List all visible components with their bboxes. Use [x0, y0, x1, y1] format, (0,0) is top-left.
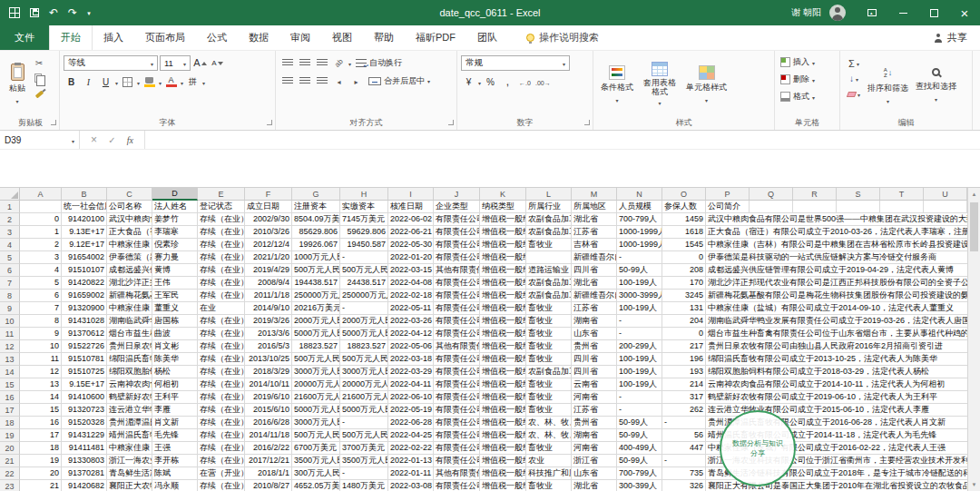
cell[interactable]: 91510107 [62, 264, 107, 277]
cut-button[interactable] [31, 56, 47, 70]
increase-decimal-button[interactable] [517, 74, 533, 89]
cell[interactable]: 成都远盛兴供应链管理有限公司 [107, 264, 152, 277]
cell[interactable]: 100-199人 [617, 366, 662, 378]
cell[interactable]: 12 [20, 366, 62, 378]
bold-button[interactable] [64, 74, 79, 89]
align-bottom-button[interactable] [314, 55, 329, 70]
row-header-14[interactable]: 14 [0, 366, 20, 378]
cell[interactable]: 91520328 [62, 417, 107, 429]
save-icon[interactable] [30, 8, 39, 17]
cell[interactable]: 500万元人民币 [340, 353, 388, 366]
cell[interactable]: 有限责任公司 [434, 213, 480, 226]
cell[interactable]: 冯永顺 [152, 480, 198, 491]
cell[interactable]: - [340, 417, 388, 429]
cell[interactable]: - [617, 328, 662, 340]
cell[interactable]: 0 [20, 213, 62, 226]
cell[interactable]: 新疆维吾尔自治区 [572, 290, 617, 302]
column-header-M[interactable]: M [572, 188, 617, 201]
column-header-G[interactable]: G [292, 188, 340, 201]
column-header-R[interactable]: R [793, 188, 837, 201]
dialog-launcher-icon[interactable] [448, 120, 454, 125]
cell[interactable]: 畜牧业 [526, 480, 572, 491]
cell[interactable]: 参保人数 [662, 201, 706, 213]
cell[interactable]: 2021/1/20 [245, 251, 292, 264]
cell[interactable]: 倪素珍 [152, 239, 198, 251]
cell[interactable]: 1618 [662, 226, 706, 239]
cell[interactable]: 湖南临武舜华鸭业发展有限责任公司成立于2019-03-26，法定代表人唐国栋 [706, 315, 967, 328]
cell[interactable]: 河南省 [572, 391, 617, 404]
increase-indent-button[interactable] [348, 74, 364, 88]
cell[interactable]: 1545 [662, 239, 706, 251]
row-header-22[interactable]: 22 [0, 467, 20, 480]
underline-button[interactable] [98, 74, 113, 89]
cell[interactable]: 500万元人民币 [292, 429, 340, 442]
cell[interactable]: 2022-03-26 [388, 315, 434, 328]
cell[interactable]: 4652.05万美元 [292, 480, 340, 491]
cell[interactable]: 所属地区 [572, 201, 617, 213]
format-cells-button[interactable]: 格式 [779, 88, 836, 105]
cell[interactable]: 5 [20, 277, 62, 290]
cell[interactable]: 有限责任公司 [434, 417, 480, 429]
cell[interactable]: 2008/9/4 [245, 277, 292, 290]
align-top-button[interactable] [279, 55, 295, 70]
cell[interactable]: 2022-04-12 [388, 328, 434, 340]
cell[interactable]: 6700万美元 [292, 442, 340, 455]
cell[interactable]: 董重义 [152, 302, 198, 315]
cell[interactable]: 注册资本 [292, 201, 340, 213]
cell[interactable]: 91330803 [62, 455, 107, 467]
column-header-C[interactable]: C [107, 188, 152, 201]
cell[interactable] [526, 251, 572, 264]
cell[interactable]: 纳税类型 [480, 201, 526, 213]
cell[interactable]: 1000-1999人 [617, 239, 662, 251]
tab-file[interactable]: 文件 [0, 25, 49, 50]
cell[interactable]: 91510725 [62, 366, 107, 378]
cell[interactable]: 91654002 [62, 251, 107, 264]
decrease-indent-button[interactable] [331, 74, 347, 88]
cell[interactable]: 50-99人 [617, 264, 662, 277]
formula-input[interactable] [145, 131, 980, 149]
cell[interactable]: 存续（在业） [198, 455, 245, 467]
cell[interactable]: 91420822 [62, 277, 107, 290]
cell[interactable]: 有限责任公司 [434, 328, 480, 340]
cell[interactable]: 增值税一般纳税人 [480, 391, 526, 404]
cell[interactable]: 2022-04-25 [388, 429, 434, 442]
cell[interactable]: 增值税一般纳税人 [480, 467, 526, 480]
enter-icon[interactable] [108, 135, 115, 145]
row-header-2[interactable]: 2 [0, 213, 20, 226]
cell[interactable]: 靖州温氏畜牧有限公司 [107, 429, 152, 442]
cell[interactable]: 王伟 [152, 277, 198, 290]
cell[interactable]: 2019/3/26 [245, 315, 292, 328]
cell[interactable]: 3000-3999人 [617, 290, 662, 302]
cell[interactable]: 2022-02-22 [388, 442, 434, 455]
cell[interactable]: 有限责任公司 [434, 302, 480, 315]
cell[interactable]: 道路运输业 [526, 264, 572, 277]
cell[interactable]: 170 [662, 277, 706, 290]
cell[interactable]: 存续（在业） [198, 251, 245, 264]
cell[interactable]: 2017/12/21 [245, 455, 292, 467]
cell[interactable]: 700-799人 [617, 467, 662, 480]
cell[interactable]: 1480万美元 [340, 480, 388, 491]
cell[interactable]: 326 [662, 480, 706, 491]
cell[interactable]: 2022-05-30 [388, 239, 434, 251]
cell[interactable]: 四川省 [572, 353, 617, 366]
cell[interactable]: 2018/1/1 [245, 467, 292, 480]
cell[interactable]: 在业 [198, 302, 245, 315]
cell[interactable]: 其他有限责任公司 [434, 340, 480, 353]
cell[interactable]: 吉林省 [572, 239, 617, 251]
cell[interactable]: 有限责任公司 [434, 239, 480, 251]
cell[interactable] [750, 201, 793, 213]
cell[interactable]: 18 [20, 442, 62, 455]
cell[interactable]: 增值税一般纳税人 [480, 315, 526, 328]
cell[interactable]: 19 [20, 455, 62, 467]
cell[interactable]: 16 [20, 417, 62, 429]
cell[interactable]: 317 [662, 391, 706, 404]
cell[interactable]: 杨松 [152, 366, 198, 378]
cell[interactable]: 1 [20, 226, 62, 239]
cell[interactable]: 3500万元人民币 [340, 455, 388, 467]
tab-help[interactable]: 帮助 [363, 25, 405, 50]
row-header-10[interactable]: 10 [0, 315, 20, 328]
cell[interactable]: 1459 [662, 213, 706, 226]
cell[interactable]: 山东省 [572, 467, 617, 480]
cell[interactable]: 李瑞寒 [152, 226, 198, 239]
chevron-down-icon[interactable] [159, 76, 162, 87]
